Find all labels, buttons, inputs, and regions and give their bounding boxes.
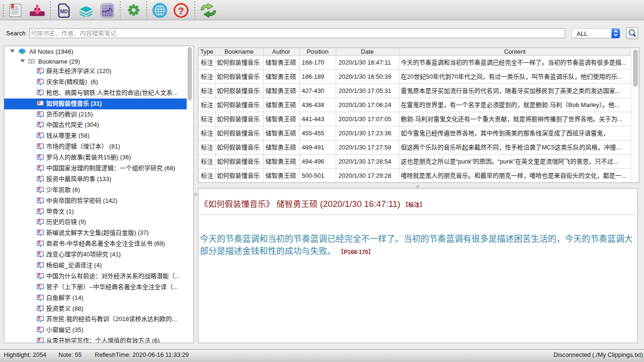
svg-text:MD: MD (60, 8, 68, 14)
svg-text:?: ? (178, 5, 184, 16)
